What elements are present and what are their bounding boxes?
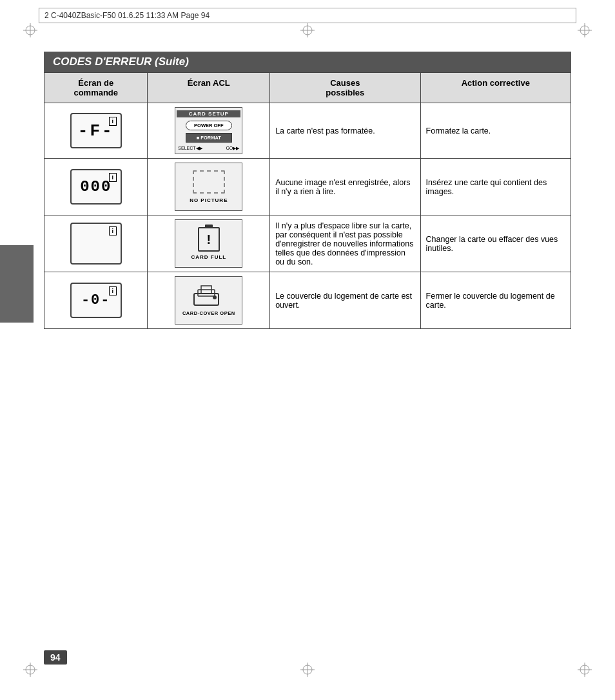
no-picture-label: NO PICTURE — [190, 197, 228, 203]
acl-cell-4: CARD-COVER OPEN — [148, 272, 270, 329]
svg-point-21 — [213, 295, 217, 299]
card-full-icon: ! — [198, 227, 220, 252]
reg-mark-top-center — [300, 23, 315, 37]
no-picture-box: NO PICTURE — [175, 163, 242, 211]
header-text: 2 C-4040ZBasic-F50 01.6.25 11:33 AM Page… — [44, 11, 210, 20]
action-cell-4: Fermer le couvercle du logement de carte… — [420, 272, 571, 329]
table-row: i ! CARD FULL Il n'y a plus d'espace lib… — [44, 215, 571, 272]
card-full-label: CARD FULL — [191, 254, 226, 260]
lcd-display-cell-3: i — [44, 215, 148, 272]
lcd-icon-2: i — [109, 173, 117, 182]
lcd-000-text: 000 — [80, 178, 112, 195]
causes-cell-1: La carte n'est pas formatée. — [270, 103, 420, 159]
select-label: SELECT◀▶ — [178, 146, 202, 151]
page-header: 2 C-4040ZBasic-F50 01.6.25 11:33 AM Page… — [39, 8, 576, 23]
reg-mark-tr — [578, 23, 592, 37]
th-ecran-commande: Écran decommande — [44, 73, 148, 103]
th-action: Action corrective — [420, 73, 571, 103]
lcd-display-cell-1: i -F- — [44, 103, 148, 159]
reg-mark-br — [578, 663, 592, 677]
reg-mark-tl — [23, 23, 37, 37]
lcd-display-cell-2: i 000 — [44, 159, 148, 215]
causes-cell-2: Aucune image n'est enregistrée, alors il… — [270, 159, 420, 215]
reg-mark-bottom-center — [300, 663, 315, 677]
card-cover-label: CARD-COVER OPEN — [182, 310, 235, 316]
card-cover-box: CARD-COVER OPEN — [175, 276, 242, 325]
card-setup-screen: CARD SETUP POWER OFF ■ FORMAT SELECT◀▶ G… — [175, 107, 242, 154]
table-row: i -F- CARD SETUP POWER OFF ■ FORMAT SELE… — [44, 103, 571, 159]
lcd-display-cell-4: i -0- — [44, 272, 148, 329]
table-row: i 000 NO PICTURE Aucune image n'est enre… — [44, 159, 571, 215]
go-label: GO▶▶ — [226, 146, 239, 151]
page-number: 94 — [44, 650, 67, 665]
lcd-box-3: i — [70, 223, 122, 265]
card-setup-bottom: SELECT◀▶ GO▶▶ — [177, 146, 240, 151]
lcd-0-display: -0- — [81, 292, 111, 308]
card-cover-icon — [191, 285, 226, 308]
table-row: i -0- — [44, 272, 571, 329]
section-title: CODES D'ERREUR (Suite) — [44, 52, 571, 72]
format-btn: ■ FORMAT — [186, 133, 232, 143]
causes-cell-4: Le couvercle du logement de carte est ou… — [270, 272, 420, 329]
lcd-icon-1: i — [109, 117, 117, 126]
reg-mark-bl — [23, 663, 37, 677]
acl-cell-3: ! CARD FULL — [148, 215, 270, 272]
gray-sidebar — [0, 245, 34, 323]
th-causes: Causespossibles — [270, 73, 420, 103]
causes-cell-3: Il n'y a plus d'espace libre sur la cart… — [270, 215, 420, 272]
acl-cell-2: NO PICTURE — [148, 159, 270, 215]
action-cell-3: Changer la carte ou effacer des vues inu… — [420, 215, 571, 272]
lcd-icon-4: i — [109, 286, 117, 295]
no-picture-dashed — [193, 170, 225, 194]
card-setup-title: CARD SETUP — [177, 110, 240, 117]
acl-cell-1: CARD SETUP POWER OFF ■ FORMAT SELECT◀▶ G… — [148, 103, 270, 159]
lcd-box-2: i 000 — [70, 169, 122, 205]
power-off-btn: POWER OFF — [186, 121, 232, 130]
main-content: CODES D'ERREUR (Suite) Écran decommande … — [44, 52, 571, 329]
action-cell-1: Formatez la carte. — [420, 103, 571, 159]
lcd-icon-3: i — [109, 226, 117, 235]
action-cell-2: Insérez une carte qui contient des image… — [420, 159, 571, 215]
error-table: Écran decommande Écran ACL Causespossibl… — [44, 72, 571, 329]
lcd-box-1: i -F- — [70, 113, 122, 148]
card-full-box: ! CARD FULL — [175, 219, 242, 268]
th-ecran-acl: Écran ACL — [148, 73, 270, 103]
lcd-box-4: i -0- — [70, 283, 122, 318]
